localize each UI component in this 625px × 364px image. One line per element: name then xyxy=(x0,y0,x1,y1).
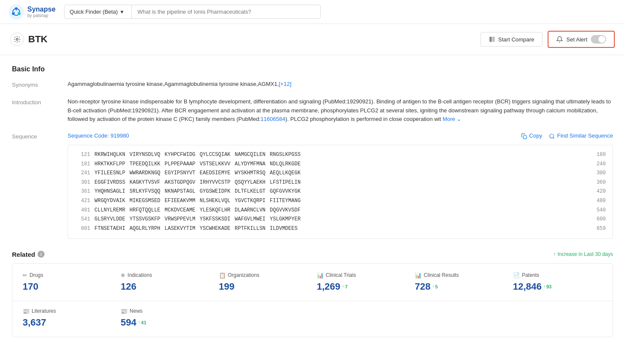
introduction-row: Introduction Non-receptor tyrosine kinas… xyxy=(12,97,613,124)
stat-label-text-organizations: Organizations xyxy=(228,272,259,278)
related-info-icon[interactable]: i xyxy=(38,251,44,258)
seq-col: RNGSLKPGSS xyxy=(270,150,301,160)
stat-value-news: 594 ↑41 xyxy=(121,317,210,328)
introduction-value: Non-receptor tyrosine kinase indispensab… xyxy=(68,97,613,124)
seq-col: YSKFSSKSDI xyxy=(200,215,230,224)
more-link[interactable]: More ⌄ xyxy=(442,116,461,122)
header-actions: Start Compare Set Alert xyxy=(481,31,615,48)
sequence-line: 361YHQHNSAGLI SRLKYFVSQQ NKNAPSTAGL GYGS… xyxy=(75,187,606,197)
stat-label-text-drugs: Drugs xyxy=(29,272,43,278)
seq-col: VIRYNSDLVQ xyxy=(130,150,160,160)
seq-col: EGYIPSNYVT xyxy=(165,169,195,178)
main-content: Basic Info Synonyms Agammaglobulinaemia … xyxy=(0,55,625,347)
seq-col: YHQHNSAGLI xyxy=(94,187,125,197)
seq-end: 600 xyxy=(590,215,606,224)
stat-label-text-clinical-trials: Clinical Trials xyxy=(326,272,356,278)
seq-col: CLLNYLREMR xyxy=(94,206,125,215)
stats-grid-1: ✏ Drugs 170 ❄ Indications 126 📋 Organiza… xyxy=(23,272,602,292)
seq-col: WRGQYDVAIK xyxy=(94,197,125,206)
seq-col: HRFQTQQLLE xyxy=(130,206,160,215)
bell-icon xyxy=(556,36,563,43)
stat-card-organizations[interactable]: 📋 Organizations 199 xyxy=(219,272,308,292)
logo: Synapse by patsnap xyxy=(9,4,56,20)
seq-col: AEQLLKQEGK xyxy=(270,169,301,178)
svg-line-7 xyxy=(14,12,15,13)
seq-start: 121 xyxy=(75,150,90,160)
seq-col: NLSHEKLVQL xyxy=(200,197,230,206)
stat-card-patents[interactable]: 📄 Patents 12,846 ↑93 xyxy=(513,272,602,292)
set-alert-button[interactable]: Set Alert xyxy=(548,31,615,48)
stat-card-news[interactable]: 📰 News 594 ↑41 xyxy=(121,308,210,328)
stat-card-clinical-trials[interactable]: 📊 Clinical Trials 1,269 ↑7 xyxy=(317,272,406,292)
stat-card-literatures[interactable]: 📰 Literatures 3,637 xyxy=(23,308,112,328)
search-type-dropdown[interactable]: Quick Finder (Beta) ▾ xyxy=(65,5,132,18)
synonyms-more-link[interactable]: [+12] xyxy=(279,81,291,87)
seq-col: NDLQLRKGDE xyxy=(270,160,301,169)
seq-start: 541 xyxy=(75,215,90,224)
pubmed-link[interactable]: 11606584 xyxy=(261,116,286,122)
sequence-label: Sequence xyxy=(12,132,68,239)
set-alert-label: Set Alert xyxy=(566,36,587,43)
logo-sub-label: by patsnap xyxy=(27,13,56,18)
stat-icon-patents: 📄 xyxy=(513,272,520,279)
stat-number-clinical-trials: 1,269 xyxy=(317,281,340,292)
seq-col: GYGSWEIDPK xyxy=(200,187,230,197)
seq-start: 181 xyxy=(75,160,90,169)
seq-col: ALYDYMFMNA xyxy=(235,160,265,169)
sequence-box: 121RKRWIHQLKN VIRYNSDLVQ KYHPCFWIDG QYLC… xyxy=(68,145,613,239)
sequence-code-row: Sequence Code: 919980 Copy xyxy=(68,132,613,141)
stat-icon-news: 📰 xyxy=(121,308,127,314)
seq-col: DLAARNCLVN xyxy=(235,206,265,215)
seq-end: 659 xyxy=(590,224,606,234)
related-title-wrap: Related i xyxy=(12,251,44,258)
find-similar-icon xyxy=(549,133,555,139)
copy-icon xyxy=(521,133,527,139)
alert-toggle[interactable] xyxy=(591,35,606,44)
seq-col: NAMGCQILEN xyxy=(235,150,265,160)
stat-card-clinical-results[interactable]: 📊 Clinical Results 728 ↑5 xyxy=(415,272,504,292)
stat-label-clinical-results: 📊 Clinical Results xyxy=(415,272,504,279)
seq-start: 241 xyxy=(75,169,90,178)
stat-number-patents: 12,846 xyxy=(513,281,542,292)
basic-info-title: Basic Info xyxy=(12,65,613,73)
seq-col: MCKDVCEAME xyxy=(165,206,195,215)
sequence-row: Sequence Sequence Code: 919980 Copy xyxy=(12,132,613,239)
svg-line-6 xyxy=(18,12,18,13)
seq-col: LFSTIPELIN xyxy=(270,178,301,188)
stat-label-text-clinical-results: Clinical Results xyxy=(424,272,459,278)
find-similar-button[interactable]: Find Similar Sequence xyxy=(549,132,613,141)
seq-end: 180 xyxy=(590,150,606,160)
copy-button[interactable]: Copy xyxy=(521,132,542,141)
sequence-line: 121RKRWIHQLKN VIRYNSDLVQ KYHPCFWIDG QYLC… xyxy=(75,150,606,160)
seq-col: WWRARDKNGQ xyxy=(130,169,160,178)
seq-col: YLESKQFLHR xyxy=(200,206,230,215)
seq-col: WYSKHMTRSQ xyxy=(235,169,265,178)
sequence-line: 541GLSRYVLDDE YTSSVGSKFP VRWSPPEVLM YSKF… xyxy=(75,215,606,224)
stat-icon-literatures: 📰 xyxy=(23,308,29,314)
synonyms-label: Synonyms xyxy=(12,80,68,90)
stat-increase-news: ↑41 xyxy=(138,320,146,325)
svg-point-12 xyxy=(550,134,554,138)
stat-card-indications[interactable]: ❄ Indications 126 xyxy=(121,272,210,292)
svg-point-8 xyxy=(16,38,18,41)
stat-number-organizations: 199 xyxy=(219,281,235,292)
seq-col: YSCWHEKADE xyxy=(200,224,230,234)
seq-end: 420 xyxy=(590,187,606,197)
seq-col: YGVCTKQRPI xyxy=(235,197,265,206)
seq-end: 480 xyxy=(590,197,606,206)
up-arrow-icon: ↑ xyxy=(553,251,556,257)
stat-card-drugs[interactable]: ✏ Drugs 170 xyxy=(23,272,112,292)
search-input[interactable] xyxy=(132,5,320,18)
seq-col: VSTSELKKVV xyxy=(200,160,230,169)
stat-icon-indications: ❄ xyxy=(121,272,125,279)
related-header: Related i ↑ Increase in Last 30 days xyxy=(12,251,613,258)
increase-text: Increase in Last 30 days xyxy=(557,251,613,257)
svg-rect-11 xyxy=(523,135,527,139)
stat-label-text-news: News xyxy=(130,308,142,314)
sequence-code-link[interactable]: Sequence Code: 919980 xyxy=(68,132,129,141)
svg-rect-9 xyxy=(489,37,492,42)
start-compare-button[interactable]: Start Compare xyxy=(481,32,542,47)
stat-number-indications: 126 xyxy=(121,281,136,292)
seq-col: HRKTKKFLPP xyxy=(94,160,125,169)
stat-value-clinical-trials: 1,269 ↑7 xyxy=(317,281,406,292)
